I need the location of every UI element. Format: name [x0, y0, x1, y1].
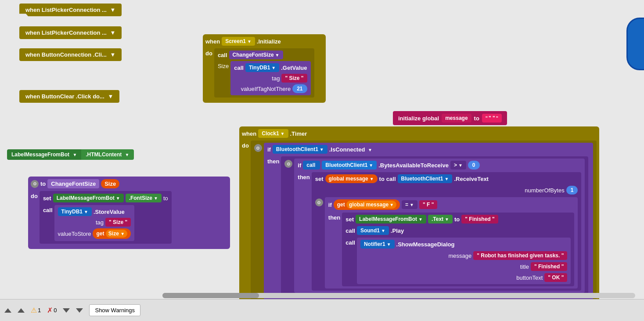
initialize-global-message[interactable]: initialize global message to " " " ": [393, 111, 507, 125]
if1-label: if: [267, 146, 271, 153]
when-clock1-container: when Clock1 ▼ .Timer do ⚙ if: [239, 126, 599, 309]
to-global-label: to: [379, 176, 385, 182]
button-text-param-label: buttonText: [516, 274, 543, 281]
up-arrow-warning[interactable]: [4, 308, 11, 313]
tag-label-proc: tag: [96, 219, 104, 226]
store-value-label: .StoreValue: [94, 209, 125, 215]
tag-label-screen1: tag: [272, 75, 280, 82]
size-string-screen1[interactable]: " Size ": [281, 74, 307, 83]
text-dropdown[interactable]: .Text ▼: [428, 215, 453, 224]
size-label-screen1: Size: [218, 61, 229, 69]
call-label-proc: call: [43, 205, 53, 213]
h-scrollbar[interactable]: [162, 293, 635, 298]
do-label-proc: do: [31, 191, 38, 199]
warning-count: 1: [38, 307, 41, 314]
proc-name-badge[interactable]: ChangeFontSize: [47, 179, 99, 188]
get-value-label: .GetValue: [281, 65, 307, 71]
down-arrow-error[interactable]: [76, 308, 83, 313]
block-when-listpicker1[interactable]: when ListPickerConnection ... ▼: [19, 4, 122, 16]
show-warnings-button[interactable]: Show Warnings: [89, 304, 140, 316]
global-message-dropdown[interactable]: global message ▼: [325, 174, 378, 183]
set-label-proc: set: [43, 195, 51, 202]
block-label: when ListPickerConnection ...: [25, 29, 107, 36]
gear-icon-if1[interactable]: ⚙: [254, 144, 262, 152]
block-when-listpicker2[interactable]: when ListPickerConnection ... ▼: [19, 26, 122, 39]
call4-label: call: [345, 238, 355, 246]
warning-icon: ⚠: [31, 306, 37, 314]
sound1-dropdown[interactable]: Sound1 ▼: [357, 226, 389, 235]
set-global-label: set: [315, 176, 324, 182]
proc-change-font-size-container: ⚙ to ChangeFontSize Size do set LabelMes…: [28, 177, 230, 249]
value-if-tag-not-there-label: valueIfTagNotThere: [241, 86, 291, 92]
tinydb1-dropdown-proc[interactable]: TinyDB1 ▼: [58, 207, 92, 216]
block-label: when ButtonConnection .Cli...: [25, 51, 107, 58]
eq-dropdown[interactable]: = ▼: [402, 200, 417, 209]
tinydb1-dropdown-screen1[interactable]: TinyDB1 ▼: [245, 63, 279, 72]
finished-title-string-block[interactable]: " Finished ": [531, 262, 567, 271]
bt-client1-bytes[interactable]: BluetoothClient1 ▼: [322, 161, 377, 170]
zero-block[interactable]: 0: [468, 161, 480, 170]
if3-label: if: [328, 202, 332, 208]
dropdown-arrow: ▼: [110, 51, 116, 58]
receive-text-label: .ReceiveText: [454, 176, 489, 182]
do-label-screen1: do: [205, 48, 212, 57]
h-scrollbar-thumb[interactable]: [162, 293, 259, 298]
is-connected-label: .IsConnected ▼: [329, 146, 372, 153]
label-msg-dropdown[interactable]: LabelMessageFromBot ▼: [53, 194, 124, 202]
bluetooth-client1-dropdown[interactable]: BluetoothClient1 ▼: [273, 145, 327, 154]
canvas: when ListPickerConnection ... ▼ when Lis…: [0, 0, 644, 321]
size-param-badge[interactable]: Size: [101, 179, 119, 188]
to3-label: to: [454, 216, 460, 223]
label-msg-from-bot-text: LabelMessageFromBot: [11, 151, 69, 158]
clock1-dropdown[interactable]: Clock1 ▼: [258, 129, 288, 138]
robot-finished-string-block[interactable]: " Robot has finished given tasks. ": [473, 251, 567, 260]
label-msg-text-dropdown[interactable]: LabelMessageFromBot ▼: [356, 215, 426, 224]
empty-string-block[interactable]: " " " ": [482, 114, 502, 123]
notifier1-dropdown[interactable]: Notifier1 ▼: [360, 240, 395, 249]
size-string-block-proc[interactable]: " Size ": [105, 218, 131, 227]
f-string-block[interactable]: " F ": [419, 200, 437, 209]
change-font-size-dropdown-screen1[interactable]: ChangeFontSize ▼: [229, 50, 283, 59]
timer-label: .Timer: [290, 130, 307, 137]
to2-label: to: [163, 195, 168, 202]
then1-label: then: [267, 156, 279, 165]
when-label-screen1: when: [205, 38, 220, 45]
then2-label: then: [298, 172, 309, 180]
block-label-html-content[interactable]: LabelMessageFromBot ▼ .HTMLContent ▼: [7, 149, 134, 160]
title-param-label: title: [520, 263, 529, 270]
one-block[interactable]: 1: [566, 186, 578, 195]
finished-string-block[interactable]: " Finished ": [461, 215, 498, 224]
call2-label-screen1: call: [234, 65, 244, 71]
bt-receive-dropdown[interactable]: BluetoothClient1 ▼: [398, 174, 453, 183]
to-label: to: [40, 180, 46, 187]
block-when-button-connection[interactable]: when ButtonConnection .Cli... ▼: [19, 48, 122, 61]
screen1-dropdown[interactable]: Screen1 ▼: [222, 37, 255, 46]
value-to-store-label: valueToStore: [58, 231, 91, 237]
dropdown-arrow-green: ▼: [72, 152, 77, 157]
initialize-label: .Initialize: [257, 38, 281, 45]
error-count: 0: [54, 307, 57, 314]
message-badge[interactable]: message: [442, 114, 471, 123]
down-arrow-warning[interactable]: [63, 308, 70, 313]
ok-string-block[interactable]: " OK ": [544, 273, 567, 282]
html-content-text: .HTMLContent: [86, 151, 122, 158]
when-clock1-label: when: [242, 130, 256, 137]
get-size-block[interactable]: get Size ▼: [93, 228, 131, 239]
then3-label: then: [328, 213, 340, 221]
init-global-label: initialize global: [398, 115, 439, 122]
font-size-dropdown[interactable]: .FontSize ▼: [126, 194, 162, 202]
block-when-button-clear[interactable]: when ButtonClear .Click do... ▼: [19, 90, 119, 103]
get-global-message-block[interactable]: get global message ▼: [334, 199, 400, 210]
do-clock1: do: [242, 141, 249, 149]
bt-bytes-dropdown[interactable]: call: [303, 161, 320, 170]
show-dialog-label: .ShowMessageDialog: [396, 241, 455, 248]
up-arrow-error[interactable]: [18, 308, 25, 313]
gear-icon-if2[interactable]: ⚙: [284, 160, 292, 168]
gear-icon-if3[interactable]: ⚙: [315, 198, 323, 206]
block-label: when ButtonClear .Click do...: [25, 93, 104, 100]
gear-icon-proc[interactable]: ⚙: [31, 180, 39, 188]
bytes-available-label: .BytesAvailableToReceive: [378, 162, 449, 169]
right-panel-handle[interactable]: [626, 18, 644, 70]
value-21-block[interactable]: 21: [292, 84, 307, 93]
gt-dropdown[interactable]: > ▼: [450, 161, 466, 170]
